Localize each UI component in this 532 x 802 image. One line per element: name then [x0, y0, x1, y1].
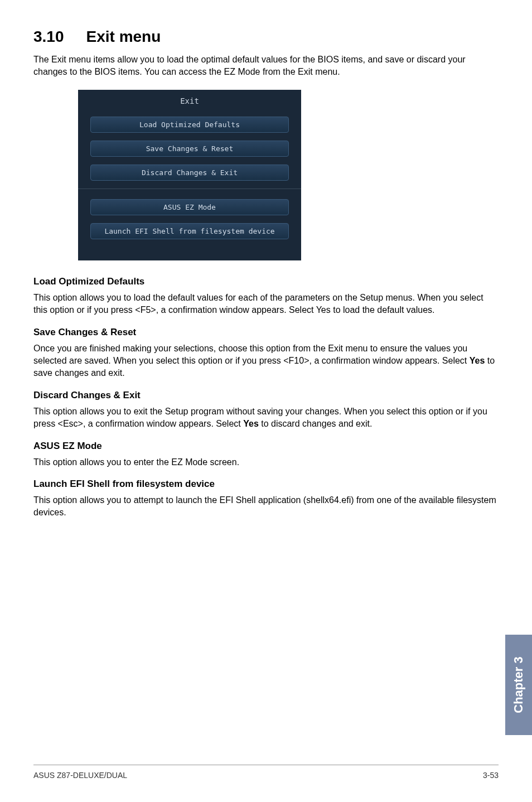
page-heading: 3.10Exit menu	[33, 28, 499, 46]
bios-ez-mode-button: ASUS EZ Mode	[90, 199, 289, 215]
ez-mode-heading: ASUS EZ Mode	[33, 441, 499, 452]
chapter-tab-label: Chapter 3	[511, 656, 526, 713]
save-reset-body-pre: Once you are finished making your select…	[33, 344, 470, 365]
launch-efi-heading: Launch EFI Shell from filesystem device	[33, 479, 499, 490]
bios-load-defaults-button: Load Optimized Defaults	[90, 117, 289, 133]
launch-efi-body: This option allows you to attempt to lau…	[33, 494, 499, 519]
bios-save-reset-button: Save Changes & Reset	[90, 141, 289, 157]
bios-header-label: Exit	[78, 96, 301, 111]
ez-mode-body: This option allows you to enter the EZ M…	[33, 456, 499, 468]
bios-menu-group: Load Optimized Defaults Save Changes & R…	[78, 111, 301, 252]
page-footer: ASUS Z87-DELUXE/DUAL 3-53	[33, 765, 499, 780]
discard-exit-body-bold: Yes	[243, 419, 259, 428]
section-title: Exit menu	[86, 28, 161, 45]
bios-discard-exit-button: Discard Changes & Exit	[90, 165, 289, 181]
intro-paragraph: The Exit menu items allow you to load th…	[33, 54, 499, 79]
load-defaults-heading: Load Optimized Defaults	[33, 276, 499, 287]
footer-left: ASUS Z87-DELUXE/DUAL	[33, 771, 127, 780]
chapter-tab: Chapter 3	[505, 635, 532, 735]
save-reset-body: Once you are finished making your select…	[33, 342, 499, 380]
discard-exit-body-post: to discard changes and exit.	[259, 419, 373, 428]
discard-exit-heading: Discard Changes & Exit	[33, 390, 499, 401]
section-number: 3.10	[33, 28, 64, 46]
load-defaults-body: This option allows you to load the defau…	[33, 292, 499, 317]
bios-exit-screenshot: Exit Load Optimized Defaults Save Change…	[78, 90, 301, 260]
bios-divider	[78, 189, 301, 189]
save-reset-body-bold: Yes	[470, 356, 485, 365]
discard-exit-body: This option allows you to exit the Setup…	[33, 405, 499, 431]
bios-launch-efi-button: Launch EFI Shell from filesystem device	[90, 223, 289, 239]
footer-right: 3-53	[483, 771, 499, 780]
save-reset-heading: Save Changes & Reset	[33, 327, 499, 338]
